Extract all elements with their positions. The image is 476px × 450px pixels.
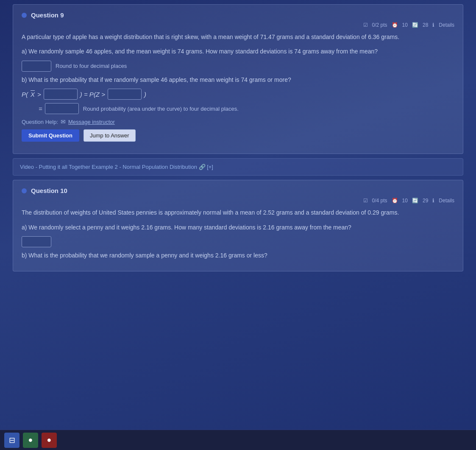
video-label: Video - Putting it all Together Example … — [20, 164, 197, 170]
question-9-title: Question 9 — [31, 11, 64, 19]
submit-question-button[interactable]: Submit Question — [22, 129, 79, 142]
q10-points-icon: ☑ — [363, 198, 368, 204]
q10-details-icon: ℹ — [432, 198, 434, 204]
message-icon: ✉ — [61, 118, 66, 125]
details-icon: ℹ — [432, 22, 434, 28]
question-9-meta: ☑ 0/2 pts ⏰ 10 🔄 28 ℹ Details — [22, 22, 454, 28]
question-9-points: 0/2 pts — [372, 22, 387, 28]
prob-close-paren: ) — [144, 91, 146, 98]
timer-value: 10 — [402, 22, 408, 28]
equals-sign: = — [39, 105, 42, 112]
prob-gt-1: > — [37, 91, 41, 98]
question-9-block: Question 9 ☑ 0/2 pts ⏰ 10 🔄 28 ℹ Details… — [13, 4, 463, 154]
question-10-bullet — [22, 188, 27, 193]
question-9-part-a-label: a) We randomly sample 46 apples, and the… — [22, 47, 454, 56]
prob-p-label: P( — [22, 91, 28, 98]
question-10-body: The distribution of weights of United St… — [22, 208, 454, 217]
probability-row-1: P( X > ) = P(Z > ) — [22, 89, 454, 100]
q10-refresh-icon: 🔄 — [412, 198, 418, 204]
jump-to-answer-button[interactable]: Jump to Answer — [84, 129, 136, 142]
question-9-part-a-input-row: Round to four decimal places — [22, 61, 454, 72]
part-b-round-note: Round probability (area under the curve)… — [83, 106, 239, 112]
question-10-meta: ☑ 0/4 pts ⏰ 10 🔄 29 ℹ Details — [22, 198, 454, 204]
q10-part-a-answer-input[interactable] — [22, 236, 51, 247]
question-9-btn-row: Submit Question Jump to Answer — [22, 129, 454, 142]
video-link-icon: 🔗 — [199, 164, 206, 170]
prob-z-input[interactable] — [108, 89, 142, 100]
message-instructor-link[interactable]: Message instructor — [68, 119, 115, 125]
question-10-part-a-label: a) We randomly select a penny and it wei… — [22, 223, 454, 232]
question-10-part-a-input-row — [22, 236, 454, 247]
points-icon: ☑ — [363, 22, 368, 28]
q10-details-label: Details — [439, 198, 454, 204]
q10-timer-icon: ⏰ — [392, 198, 398, 204]
equals-row: = Round probability (area under the curv… — [22, 103, 454, 114]
taskbar: ⊟ ● ● — [0, 430, 476, 450]
question-9-part-b-label: b) What is the probability that if we ra… — [22, 75, 454, 84]
part-a-answer-input[interactable] — [22, 61, 51, 72]
refresh-icon: 🔄 — [412, 22, 418, 28]
details-label: Details — [439, 22, 454, 28]
question-9-bullet — [22, 13, 27, 18]
xbar-symbol: X — [31, 91, 35, 98]
q10-refresh-value: 29 — [423, 198, 428, 204]
taskbar-btn-1[interactable]: ⊟ — [4, 433, 19, 448]
refresh-value: 28 — [423, 22, 428, 28]
help-label: Question Help: — [22, 119, 58, 125]
video-link-box: Video - Putting it all Together Example … — [13, 158, 463, 176]
taskbar-btn-3[interactable]: ● — [42, 433, 57, 448]
timer-icon: ⏰ — [392, 22, 398, 28]
q10-timer-value: 10 — [402, 198, 408, 204]
taskbar-btn-2[interactable]: ● — [23, 433, 38, 448]
question-9-body: A particular type of apple has a weight … — [22, 32, 454, 42]
video-expand: [+] — [207, 164, 213, 170]
prob-result-input[interactable] — [45, 103, 79, 114]
video-link[interactable]: Video - Putting it all Together Example … — [20, 164, 213, 170]
question-10-points: 0/4 pts — [372, 198, 387, 204]
question-9-header: Question 9 — [22, 11, 454, 19]
question-10-part-b-label: b) What is the probability that we rando… — [22, 251, 454, 260]
question-10-header: Question 10 — [22, 187, 454, 194]
question-help: Question Help: ✉ Message instructor — [22, 118, 454, 125]
prob-xbar-input[interactable] — [44, 89, 78, 100]
part-a-round-note: Round to four decimal places — [56, 63, 127, 69]
question-10-block: Question 10 ☑ 0/4 pts ⏰ 10 🔄 29 ℹ Detail… — [13, 180, 463, 271]
question-10-title: Question 10 — [31, 187, 67, 194]
prob-paren-close: ) = P(Z > — [80, 91, 105, 98]
